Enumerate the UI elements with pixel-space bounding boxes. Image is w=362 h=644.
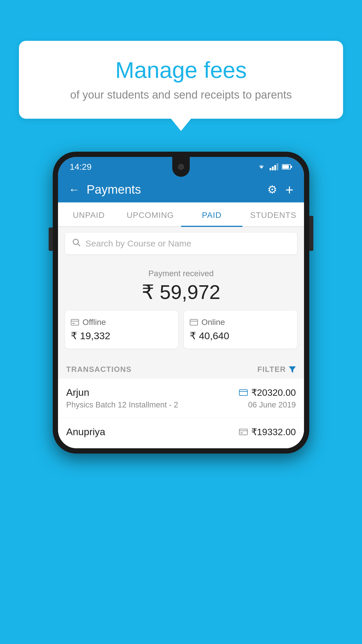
- search-container: Search by Course or Name: [58, 227, 304, 260]
- svg-rect-6: [291, 166, 292, 168]
- transaction-row: Arjun ₹20320.00 Physics Batch 12 Install…: [58, 379, 304, 418]
- phone-outer: 14:29: [53, 152, 309, 454]
- filter-icon: [289, 366, 296, 373]
- transaction-amount-wrap-2: ₹19332.00: [239, 426, 296, 438]
- svg-rect-17: [239, 429, 247, 435]
- online-icon: [190, 319, 198, 326]
- search-bar[interactable]: Search by Course or Name: [65, 233, 297, 254]
- online-payment-icon: [239, 389, 248, 396]
- tab-unpaid[interactable]: UNPAID: [58, 202, 120, 226]
- settings-icon[interactable]: ⚙: [267, 183, 277, 196]
- speech-bubble-subtitle: of your students and send receipts to pa…: [36, 89, 326, 101]
- svg-rect-11: [72, 323, 75, 324]
- svg-rect-0: [270, 168, 271, 170]
- back-button[interactable]: ←: [68, 183, 80, 196]
- header-title: Payments: [87, 183, 260, 197]
- svg-rect-1: [272, 167, 274, 170]
- camera: [178, 164, 184, 170]
- online-payment-card: Online ₹ 40,640: [184, 311, 297, 349]
- tabs-container: UNPAID UPCOMING PAID STUDENTS: [58, 202, 304, 227]
- search-input[interactable]: Search by Course or Name: [85, 239, 191, 249]
- transaction-row-2: Anupriya ₹19332.00: [58, 418, 304, 448]
- online-label: Online: [201, 318, 225, 327]
- payment-total-amount: ₹ 59,972: [65, 281, 297, 304]
- transaction-course-1: Physics Batch 12 Installment - 2: [66, 400, 178, 410]
- battery-icon: [282, 164, 292, 170]
- offline-payment-icon: [239, 429, 248, 435]
- tab-paid[interactable]: PAID: [181, 202, 242, 226]
- speech-bubble-title: Manage fees: [36, 57, 326, 83]
- search-icon: [72, 238, 81, 249]
- offline-amount: ₹ 19,332: [71, 330, 172, 342]
- speech-bubble-container: Manage fees of your students and send re…: [19, 41, 343, 119]
- svg-rect-19: [240, 433, 243, 433]
- svg-rect-9: [71, 319, 79, 325]
- svg-rect-15: [239, 390, 247, 396]
- filter-button[interactable]: FILTER: [257, 365, 296, 374]
- transaction-top-2: Anupriya ₹19332.00: [66, 426, 296, 438]
- transaction-name-1: Arjun: [66, 387, 89, 398]
- offline-payment-card: Offline ₹ 19,332: [65, 311, 178, 349]
- svg-rect-5: [282, 165, 289, 169]
- status-icons: [257, 163, 292, 170]
- offline-label: Offline: [82, 318, 106, 327]
- svg-rect-3: [277, 163, 278, 170]
- phone-mockup: 14:29: [53, 152, 309, 454]
- phone-screen: 14:29: [58, 157, 304, 448]
- status-time: 14:29: [70, 162, 92, 172]
- transaction-bottom-1: Physics Batch 12 Installment - 2 06 June…: [66, 400, 296, 410]
- speech-bubble: Manage fees of your students and send re…: [19, 41, 343, 119]
- transaction-amount-1: ₹20320.00: [251, 387, 296, 398]
- wifi-icon: [257, 163, 266, 170]
- transaction-date-1: 06 June 2019: [248, 400, 296, 410]
- filter-label: FILTER: [257, 365, 286, 374]
- offline-icon: [71, 319, 79, 326]
- online-amount: ₹ 40,640: [190, 330, 291, 342]
- notch: [172, 157, 190, 177]
- tab-upcoming[interactable]: UPCOMING: [120, 202, 181, 226]
- offline-card-header: Offline: [71, 318, 172, 327]
- transaction-top-1: Arjun ₹20320.00: [66, 387, 296, 398]
- payment-summary: Payment received ₹ 59,972 Offline: [58, 260, 304, 358]
- payment-cards: Offline ₹ 19,332 Online ₹: [65, 311, 297, 349]
- transaction-name-2: Anupriya: [66, 426, 105, 438]
- tab-students[interactable]: STUDENTS: [242, 202, 304, 226]
- transaction-amount-wrap-1: ₹20320.00: [239, 387, 296, 398]
- payment-received-label: Payment received: [65, 269, 297, 278]
- svg-line-8: [78, 244, 80, 246]
- svg-rect-12: [190, 319, 198, 325]
- online-card-header: Online: [190, 318, 291, 327]
- signal-icon: [270, 163, 278, 170]
- header-actions: ⚙ +: [267, 182, 294, 198]
- transactions-label: TRANSACTIONS: [66, 365, 132, 374]
- svg-rect-2: [274, 165, 276, 170]
- transactions-header: TRANSACTIONS FILTER: [58, 358, 304, 379]
- add-icon[interactable]: +: [285, 182, 294, 198]
- status-bar: 14:29: [58, 157, 304, 177]
- svg-marker-14: [289, 366, 296, 373]
- transaction-amount-2: ₹19332.00: [251, 426, 296, 438]
- app-header: ← Payments ⚙ +: [58, 177, 304, 202]
